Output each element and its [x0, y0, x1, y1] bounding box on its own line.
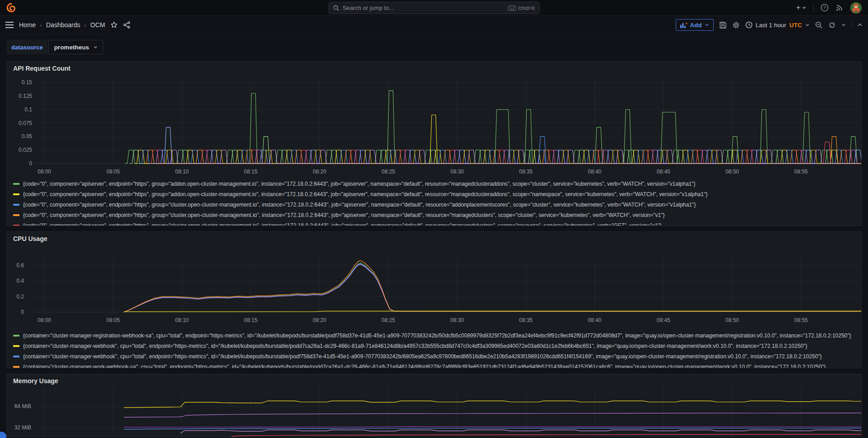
breadcrumb-separator: ›	[84, 22, 86, 29]
time-series-chart[interactable]: 08:0008:0508:1008:1508:2008:2508:3008:35…	[7, 62, 862, 178]
series-color-dash	[13, 366, 19, 368]
clock-icon	[745, 21, 753, 29]
star-icon	[110, 21, 118, 29]
legend-label: {code="0", component="apiserver", endpoi…	[23, 181, 696, 187]
keyboard-icon	[508, 5, 516, 11]
zoom-out-icon	[815, 21, 823, 29]
x-tick-label: 08:15	[244, 317, 258, 323]
series-color-dash	[13, 193, 19, 195]
share-button[interactable]	[123, 21, 130, 29]
legend-item[interactable]: {container="cluster-manager-webhook", cp…	[13, 341, 858, 351]
divider	[851, 21, 852, 29]
breadcrumb-dashboards[interactable]: Dashboards	[46, 21, 81, 29]
legend-item[interactable]: {code="0", component="apiserver", endpoi…	[13, 220, 858, 226]
series-line-memory-violet	[181, 430, 862, 433]
panel-memory-usage: Memory Usage 32 MiB64 MiB	[6, 374, 862, 437]
y-tick-label: 0.125	[19, 93, 32, 99]
series-line-series-light-green	[130, 136, 862, 164]
grafana-logo[interactable]	[6, 3, 16, 13]
x-tick-label: 08:50	[725, 317, 739, 323]
dashboard-nav-bar: Home › Dashboards › OCM	[0, 16, 868, 34]
chevron-down-icon	[705, 23, 709, 27]
legend-item[interactable]: {code="0", component="apiserver", endpoi…	[13, 178, 858, 189]
refresh-interval-chevron[interactable]	[841, 23, 846, 27]
panel-cpu-usage: CPU Usage 08:0008:0508:1008:1508:2008:25…	[6, 231, 862, 368]
dashboard-settings-button[interactable]	[732, 21, 740, 29]
x-tick-label: 08:45	[657, 317, 670, 323]
series-line-memory-red	[231, 434, 862, 437]
series-line-series-violet	[168, 150, 862, 164]
save-dashboard-button[interactable]	[719, 21, 727, 29]
panel-title[interactable]: CPU Usage	[13, 235, 47, 242]
legend-label: {code="0", component="apiserver", endpoi…	[23, 202, 696, 208]
series-line-cluster-manager-registration-webhook-sa	[124, 263, 862, 312]
series-color-dash	[13, 335, 19, 337]
series-line-watch-managedclusters-cluster	[144, 136, 862, 164]
breadcrumb-home[interactable]: Home	[19, 21, 36, 29]
x-tick-label: 08:25	[382, 168, 395, 175]
x-tick-label: 08:05	[106, 317, 120, 323]
time-series-chart[interactable]: 08:0008:0508:1008:1508:2008:2508:3008:35…	[7, 232, 862, 329]
x-tick-label: 08:30	[450, 168, 464, 175]
panel-title[interactable]: Memory Usage	[13, 377, 58, 385]
y-tick-label: 0	[21, 309, 24, 315]
x-tick-label: 08:20	[313, 317, 326, 323]
legend-item[interactable]: {code="0", component="apiserver", endpoi…	[13, 199, 858, 210]
series-line-memory-yellow	[124, 401, 862, 408]
legend-label: {container="cluster-manager-work-webhook…	[23, 364, 825, 369]
breadcrumb: Home › Dashboards › OCM	[19, 21, 105, 29]
favorite-button[interactable]	[110, 21, 118, 29]
collapse-chevron-up-icon[interactable]	[857, 23, 863, 27]
gear-icon	[732, 21, 740, 29]
legend-item[interactable]: {container="cluster-manager-webhook", cp…	[13, 351, 858, 361]
y-tick-label: 0.15	[22, 79, 33, 86]
series-color-dash	[13, 345, 19, 347]
legend-item[interactable]: {container="cluster-manager-work-webhook…	[13, 361, 858, 368]
user-avatar[interactable]	[850, 2, 862, 14]
global-search[interactable]: cmd+k	[329, 2, 539, 14]
legend-item[interactable]: {code="0", component="apiserver", endpoi…	[13, 210, 858, 220]
series-line-cluster-manager-work-webhook-sa	[124, 260, 862, 312]
time-series-chart[interactable]: 32 MiB64 MiB	[7, 374, 862, 437]
search-icon	[333, 5, 339, 11]
series-line-series-cyan	[158, 127, 862, 164]
legend-item[interactable]: {container="cluster-manager-registration…	[13, 330, 858, 341]
add-panel-button[interactable]: Add	[676, 19, 713, 31]
x-tick-label: 08:10	[175, 317, 189, 323]
legend-label: {code="0", component="apiserver", endpoi…	[23, 222, 662, 226]
x-tick-label: 08:50	[725, 168, 739, 175]
series-line-cluster-manager-webhook-yellow	[124, 311, 862, 312]
y-tick-label: 0.4	[16, 278, 24, 284]
time-range-picker[interactable]: Last 1 hour UTC	[745, 21, 810, 29]
dashboard-canvas: datasource prometheus API Request Count …	[0, 34, 868, 437]
y-tick-label: 0.1	[24, 106, 32, 113]
plus-icon: +	[796, 3, 801, 12]
breadcrumb-separator: ›	[40, 22, 42, 29]
y-tick-label: 0.075	[19, 120, 32, 126]
legend-label: {code="0", component="apiserver", endpoi…	[23, 191, 707, 197]
y-tick-label: 64 MiB	[14, 403, 31, 409]
refresh-button[interactable]	[828, 21, 836, 29]
add-label: Add	[690, 22, 701, 29]
x-tick-label: 08:15	[244, 168, 258, 175]
new-menu-button[interactable]: +	[796, 3, 806, 12]
avatar-pixel-art	[850, 2, 862, 14]
legend-label: {container="cluster-manager-webhook", cp…	[23, 343, 807, 349]
zoom-out-button[interactable]	[815, 21, 823, 29]
x-tick-label: 08:20	[313, 168, 326, 175]
series-line-watch-managedclusteraddons-cluster	[125, 91, 862, 164]
mega-menu-button[interactable]	[5, 22, 14, 28]
panel-title[interactable]: API Request Count	[13, 65, 71, 72]
news-button[interactable]	[835, 4, 844, 12]
x-tick-label: 08:10	[175, 168, 189, 175]
x-tick-label: 08:40	[588, 317, 601, 323]
search-input[interactable]	[343, 5, 505, 11]
datasource-select[interactable]: prometheus	[48, 40, 103, 54]
refresh-icon	[828, 21, 836, 29]
legend: {container="cluster-manager-registration…	[13, 330, 858, 368]
help-button[interactable]: ?	[820, 4, 829, 12]
x-tick-label: 08:45	[657, 168, 670, 175]
legend-item[interactable]: {code="0", component="apiserver", endpoi…	[13, 189, 858, 199]
series-color-dash	[13, 214, 19, 216]
series-line-cluster-manager-webhook-blue	[124, 264, 862, 313]
